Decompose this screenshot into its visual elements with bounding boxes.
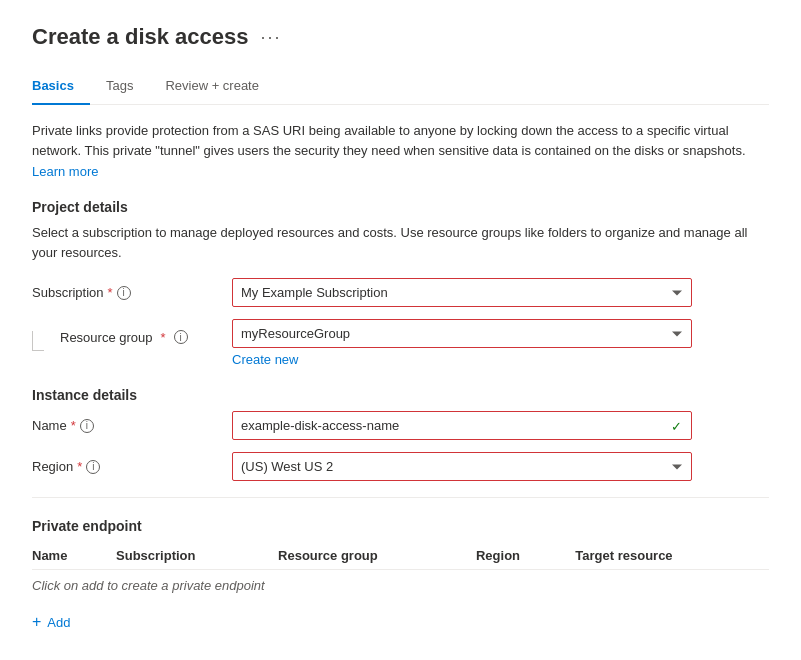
- ellipsis-menu[interactable]: ···: [261, 27, 282, 48]
- subscription-required: *: [108, 285, 113, 300]
- project-details-description: Select a subscription to manage deployed…: [32, 223, 769, 262]
- subscription-select-wrapper: My Example Subscription: [232, 278, 692, 307]
- add-button[interactable]: + Add: [32, 605, 70, 639]
- tab-review-create[interactable]: Review + create: [149, 70, 275, 105]
- name-group: Name * i: [32, 411, 769, 440]
- subscription-select[interactable]: My Example Subscription: [232, 278, 692, 307]
- resource-group-control: myResourceGroup Create new: [232, 319, 692, 367]
- subscription-info-icon[interactable]: i: [117, 286, 131, 300]
- table-empty-row: Click on add to create a private endpoin…: [32, 570, 769, 602]
- indent-line: [32, 331, 44, 351]
- col-target-resource: Target resource: [575, 542, 769, 570]
- name-input[interactable]: [232, 411, 692, 440]
- page-header: Create a disk access ···: [32, 24, 769, 50]
- name-label: Name * i: [32, 418, 232, 433]
- endpoint-table: Name Subscription Resource group Region …: [32, 542, 769, 601]
- subscription-control: My Example Subscription: [232, 278, 692, 307]
- resource-group-required: *: [161, 330, 166, 345]
- resource-group-info-icon[interactable]: i: [174, 330, 188, 344]
- subscription-group: Subscription * i My Example Subscription: [32, 278, 769, 307]
- page-title: Create a disk access: [32, 24, 249, 50]
- tabs-container: Basics Tags Review + create: [32, 70, 769, 105]
- col-resource-group: Resource group: [278, 542, 476, 570]
- table-header-row: Name Subscription Resource group Region …: [32, 542, 769, 570]
- learn-more-link[interactable]: Learn more: [32, 164, 98, 179]
- project-details-title: Project details: [32, 199, 769, 215]
- divider: [32, 497, 769, 498]
- col-name: Name: [32, 542, 116, 570]
- col-subscription: Subscription: [116, 542, 278, 570]
- name-control: [232, 411, 692, 440]
- resource-group-group: Resource group * i myResourceGroup Creat…: [32, 319, 769, 367]
- name-required: *: [71, 418, 76, 433]
- empty-message: Click on add to create a private endpoin…: [32, 570, 769, 602]
- resource-group-outer-label: Resource group * i: [32, 319, 232, 351]
- add-icon: +: [32, 613, 41, 631]
- name-info-icon[interactable]: i: [80, 419, 94, 433]
- tab-basics[interactable]: Basics: [32, 70, 90, 105]
- resource-group-select[interactable]: myResourceGroup: [232, 319, 692, 348]
- resource-group-select-wrapper: myResourceGroup: [232, 319, 692, 348]
- tab-tags[interactable]: Tags: [90, 70, 149, 105]
- region-select-wrapper: (US) West US 2: [232, 452, 692, 481]
- instance-details-title: Instance details: [32, 387, 769, 403]
- description-text: Private links provide protection from a …: [32, 121, 769, 160]
- name-input-wrapper: [232, 411, 692, 440]
- region-control: (US) West US 2: [232, 452, 692, 481]
- subscription-label: Subscription * i: [32, 285, 232, 300]
- col-region: Region: [476, 542, 575, 570]
- region-label: Region * i: [32, 459, 232, 474]
- region-select[interactable]: (US) West US 2: [232, 452, 692, 481]
- add-button-label: Add: [47, 615, 70, 630]
- region-group: Region * i (US) West US 2: [32, 452, 769, 481]
- private-endpoint-title: Private endpoint: [32, 518, 769, 534]
- region-info-icon[interactable]: i: [86, 460, 100, 474]
- region-required: *: [77, 459, 82, 474]
- create-new-link[interactable]: Create new: [232, 352, 692, 367]
